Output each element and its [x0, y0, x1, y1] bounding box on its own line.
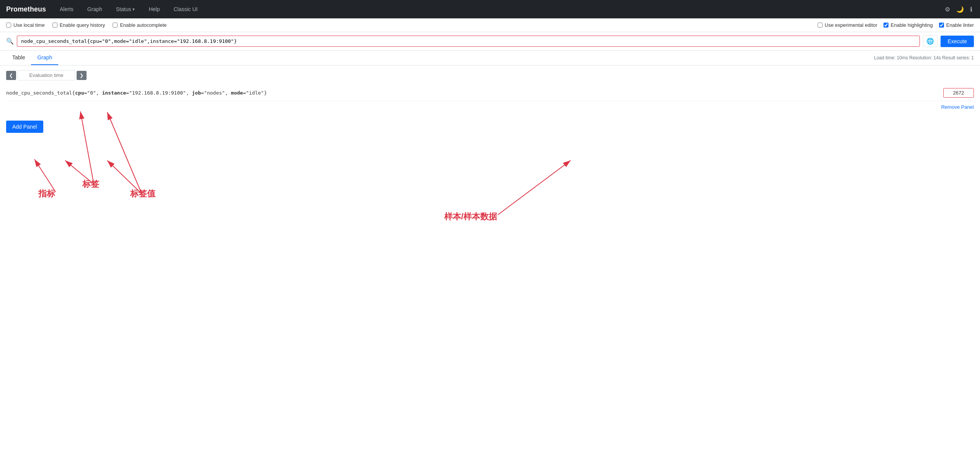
label-cpu-val: "0" — [87, 90, 96, 96]
label-instance-key: instance — [102, 90, 126, 96]
search-icon: 🔍 — [6, 38, 14, 45]
annotation-tag-value: 标签值 — [130, 188, 155, 199]
enable-autocomplete-checkbox[interactable] — [113, 23, 118, 28]
use-local-time-text: Use local time — [13, 22, 45, 28]
tab-meta: Load time: 10ms Resolution: 14s Result s… — [874, 51, 974, 64]
result-value: 2672 — [943, 88, 974, 98]
enable-linter-checkbox[interactable] — [939, 23, 944, 28]
svg-line-1 — [34, 159, 56, 192]
label-job-key: job — [192, 90, 201, 96]
annotation-metric: 指标 — [38, 188, 55, 199]
enable-highlighting-checkbox[interactable] — [883, 23, 888, 28]
svg-line-2 — [80, 111, 94, 184]
execute-button[interactable]: Execute — [941, 36, 974, 47]
tab-graph[interactable]: Graph — [31, 51, 58, 65]
nav-graph[interactable]: Graph — [84, 5, 105, 14]
svg-line-3 — [65, 160, 94, 184]
label-mode-key: mode — [231, 90, 243, 96]
use-experimental-editor-checkbox[interactable] — [818, 23, 823, 28]
query-bar: 🔍 🌐 Execute — [0, 32, 980, 51]
annotation-sample: 样本/样本数据 — [444, 211, 497, 222]
result-metric: node_cpu_seconds_total{cpu="0", instance… — [6, 90, 943, 96]
use-experimental-editor-text: Use experimental editor — [825, 22, 877, 28]
eval-time-row: ❮ ❯ — [6, 70, 974, 80]
settings-icon[interactable]: ⚙ — [943, 4, 952, 15]
content-area: ❮ ❯ node_cpu_seconds_total{cpu="0", inst… — [0, 65, 980, 295]
options-right: Use experimental editor Enable highlight… — [818, 22, 974, 28]
metric-name: node_cpu_seconds_total{ — [6, 90, 75, 96]
nav-status[interactable]: Status — [113, 5, 138, 14]
svg-line-4 — [107, 112, 142, 194]
enable-autocomplete-text: Enable autocomplete — [120, 22, 167, 28]
options-bar: Use local time Enable query history Enab… — [0, 18, 980, 32]
theme-icon[interactable]: 🌙 — [955, 4, 965, 15]
add-panel-button[interactable]: Add Panel — [6, 121, 43, 133]
svg-line-5 — [107, 160, 142, 194]
enable-query-history-label[interactable]: Enable query history — [52, 22, 105, 28]
enable-linter-label[interactable]: Enable linter — [939, 22, 974, 28]
enable-autocomplete-label[interactable]: Enable autocomplete — [113, 22, 167, 28]
tabs-row: Table Graph Load time: 10ms Resolution: … — [0, 51, 980, 65]
enable-query-history-checkbox[interactable] — [52, 23, 57, 28]
remove-panel-link[interactable]: Remove Panel — [6, 104, 974, 110]
label-instance-val: "192.168.8.19:9100" — [129, 90, 186, 96]
annotation-tag: 标签 — [82, 178, 99, 190]
nav-classic-ui[interactable]: Classic UI — [170, 5, 201, 14]
use-experimental-editor-label[interactable]: Use experimental editor — [818, 22, 877, 28]
label-job-val: "nodes" — [204, 90, 225, 96]
nav-alerts[interactable]: Alerts — [57, 5, 77, 14]
eval-next-button[interactable]: ❯ — [77, 71, 87, 80]
label-cpu-key: cpu — [75, 90, 84, 96]
result-row: node_cpu_seconds_total{cpu="0", instance… — [6, 85, 974, 101]
info-icon[interactable]: ℹ — [969, 4, 974, 15]
eval-prev-button[interactable]: ❮ — [6, 71, 16, 80]
globe-button[interactable]: 🌐 — [923, 35, 937, 47]
use-local-time-label[interactable]: Use local time — [6, 22, 45, 28]
enable-linter-text: Enable linter — [946, 22, 974, 28]
navbar: Prometheus Alerts Graph Status Help Clas… — [0, 0, 980, 18]
enable-query-history-text: Enable query history — [60, 22, 105, 28]
svg-line-6 — [498, 160, 571, 215]
eval-time-input[interactable] — [18, 70, 75, 80]
enable-highlighting-text: Enable highlighting — [891, 22, 933, 28]
enable-highlighting-label[interactable]: Enable highlighting — [883, 22, 933, 28]
nav-help[interactable]: Help — [146, 5, 163, 14]
panel: ❮ ❯ node_cpu_seconds_total{cpu="0", inst… — [0, 65, 980, 114]
tab-table[interactable]: Table — [6, 51, 31, 65]
query-input[interactable] — [17, 36, 920, 47]
navbar-icons: ⚙ 🌙 ℹ — [943, 4, 974, 15]
use-local-time-checkbox[interactable] — [6, 23, 11, 28]
brand: Prometheus — [6, 5, 46, 13]
label-mode-val: "idle" — [246, 90, 264, 96]
